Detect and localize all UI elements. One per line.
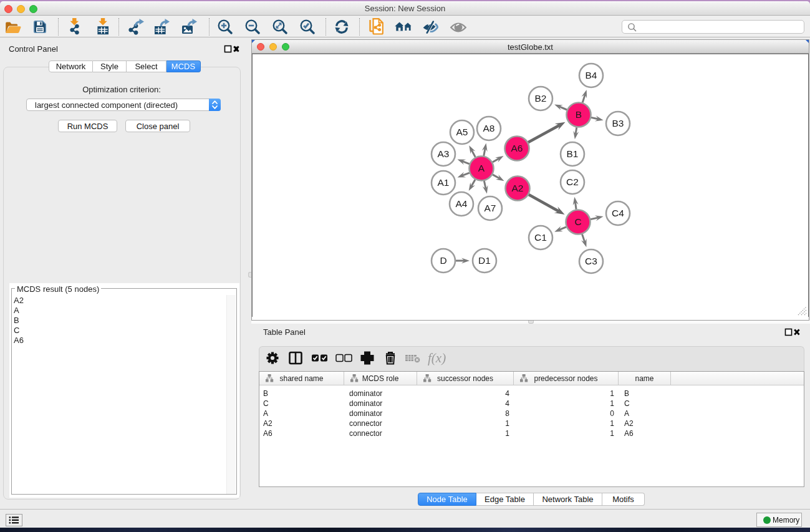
- svg-text:C2: C2: [566, 177, 579, 187]
- svg-text:A4: A4: [456, 198, 468, 209]
- svg-text:A2: A2: [512, 183, 524, 193]
- svg-text:B4: B4: [586, 70, 597, 80]
- svg-text:B1: B1: [567, 148, 579, 159]
- svg-text:B3: B3: [612, 118, 624, 128]
- svg-text:A: A: [478, 163, 485, 173]
- svg-text:A6: A6: [511, 143, 523, 153]
- svg-text:A5: A5: [456, 127, 468, 137]
- svg-text:C1: C1: [534, 232, 547, 243]
- svg-text:C4: C4: [612, 208, 624, 218]
- svg-text:A1: A1: [438, 177, 450, 188]
- svg-text:B2: B2: [535, 93, 547, 104]
- svg-text:D: D: [440, 255, 446, 266]
- svg-text:C: C: [574, 216, 581, 227]
- svg-text:C3: C3: [585, 256, 597, 266]
- svg-text:D1: D1: [478, 255, 491, 266]
- svg-text:A7: A7: [485, 203, 496, 213]
- svg-text:A3: A3: [438, 148, 450, 159]
- svg-text:A8: A8: [483, 123, 495, 133]
- svg-text:B: B: [576, 109, 582, 120]
